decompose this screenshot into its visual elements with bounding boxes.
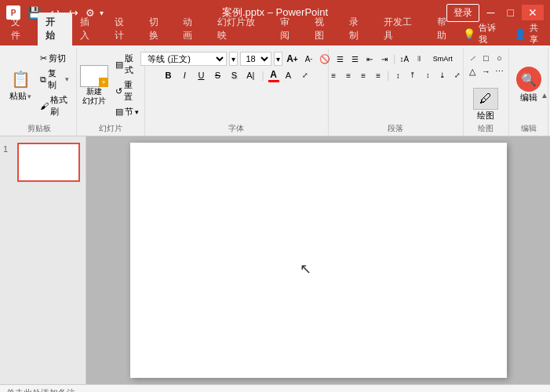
ribbon-content: 📋 粘贴 ▾ ✂ 剪切 ⧉ 复制 ▾ 🖌 格式刷 (0, 45, 550, 136)
notes-placeholder: 单击此处添加备注 (6, 387, 75, 392)
font-color-bar (268, 80, 279, 82)
font-options-button[interactable]: ⤢ (298, 68, 312, 82)
section-button[interactable]: ▤ 节 ▾ (113, 105, 141, 118)
underline-button[interactable]: U (194, 68, 208, 82)
layout-icon: ▤ (115, 60, 123, 70)
strikethrough-button[interactable]: S (210, 68, 224, 82)
columns-button[interactable]: ⫴ (412, 52, 426, 66)
paste-button[interactable]: 📋 粘贴 ▾ (6, 67, 35, 103)
tab-file[interactable]: 文件 (3, 13, 38, 45)
shape-line[interactable]: ⟋ (466, 52, 479, 64)
section-label: 节 (125, 106, 133, 118)
notes-bar[interactable]: 单击此处添加备注 (0, 384, 550, 392)
char-spacing-button[interactable]: A| (243, 68, 257, 82)
text-highlight-button[interactable]: A (282, 68, 296, 82)
bottom-align-button[interactable]: ⤓ (435, 68, 450, 82)
tab-slideshow[interactable]: 幻灯片放映 (209, 13, 272, 45)
paste-dropdown-arrow[interactable]: ▾ (27, 93, 31, 100)
tab-record[interactable]: 录制 (341, 13, 376, 45)
tab-help[interactable]: 帮助 (429, 13, 464, 45)
ribbon-collapse-button[interactable]: ▲ (541, 91, 548, 100)
font-color-icon: A (270, 69, 277, 80)
decrease-font-button[interactable]: A- (301, 52, 315, 66)
share-icon[interactable]: 👤 (514, 28, 526, 40)
new-slide-label: 新建幻灯片 (82, 87, 106, 106)
tell-me-label[interactable]: 告诉我 (479, 22, 504, 45)
font-color-btn[interactable]: A (268, 69, 279, 82)
tab-animations[interactable]: 动画 (175, 13, 209, 45)
draw-button[interactable]: 🖊 绘图 (473, 88, 498, 122)
drawing-group-label: 绘图 (478, 122, 494, 136)
slides-group-content: + 新建幻灯片 ▤ 版式 ↺ 重置 (80, 49, 141, 122)
text-direction-button[interactable]: ↕A (397, 52, 411, 66)
para-row2: ≡ ≡ ≡ ≡ | ↕ ⤒ ↕ ⤓ ⤢ (326, 68, 464, 82)
layout-label: 版式 (125, 53, 139, 76)
tab-view[interactable]: 视图 (307, 13, 341, 45)
drawing-group-content: ⟋ □ ○ △ → ⋯ (466, 49, 505, 88)
clipboard-group: 📋 粘贴 ▾ ✂ 剪切 ⧉ 复制 ▾ 🖌 格式刷 (2, 49, 77, 136)
lightbulb-icon[interactable]: 💡 (463, 28, 475, 40)
indent-more-button[interactable]: ⇥ (377, 52, 392, 66)
italic-button[interactable]: I (177, 68, 191, 82)
clipboard-small-buttons: ✂ 剪切 ⧉ 复制 ▾ 🖌 格式刷 (38, 52, 71, 118)
para-row1: ☰ ☰ ⇤ ⇥ | ↕A ⫴ SmArt (333, 52, 458, 66)
shadow-button[interactable]: S (227, 68, 241, 82)
bullets-button[interactable]: ☰ (333, 52, 347, 66)
format-painter-icon: 🖌 (40, 101, 49, 111)
main-area: 1 ↖ (0, 136, 550, 384)
indent-less-button[interactable]: ⇤ (362, 52, 377, 66)
increase-font-button[interactable]: A+ (285, 52, 299, 66)
align-right-button[interactable]: ≡ (356, 68, 370, 82)
close-button[interactable]: ✕ (522, 5, 544, 20)
edit-label: 编辑 (520, 92, 537, 103)
new-slide-button[interactable]: + 新建幻灯片 (80, 65, 108, 106)
font-size-dropdown[interactable]: ▾ (274, 52, 282, 66)
font-name-dropdown[interactable]: ▾ (229, 52, 238, 66)
smartart-button[interactable]: SmArt (427, 52, 458, 66)
reset-label: 重置 (124, 79, 139, 103)
align-center-button[interactable]: ≡ (341, 68, 355, 82)
layout-button[interactable]: ▤ 版式 (113, 52, 141, 77)
para-options-button[interactable]: ⤢ (450, 68, 464, 82)
editing-group-label: 编辑 (521, 122, 537, 136)
tab-home[interactable]: 开始 (38, 13, 72, 45)
slide-options: ▤ 版式 ↺ 重置 ▤ 节 ▾ (113, 52, 141, 118)
slide-item-1[interactable]: 1 (3, 143, 82, 182)
top-align-button[interactable]: ⤒ (406, 68, 420, 82)
justify-button[interactable]: ≡ (371, 68, 385, 82)
maximize-button[interactable]: □ (503, 5, 519, 20)
copy-button[interactable]: ⧉ 复制 ▾ (38, 67, 71, 92)
tab-insert[interactable]: 插入 (72, 13, 107, 45)
share-label[interactable]: 共享 (530, 22, 547, 45)
shape-triangle[interactable]: △ (466, 65, 479, 78)
tab-design[interactable]: 设计 (107, 13, 141, 45)
font-group-content: 等线 (正文) ▾ 18 ▾ A+ A- 🚫 B I U S S A| | (140, 49, 332, 122)
shape-rect[interactable]: □ (479, 52, 492, 64)
section-dropdown[interactable]: ▾ (135, 108, 139, 116)
font-size-select[interactable]: 18 (240, 52, 271, 66)
tab-transitions[interactable]: 切换 (141, 13, 176, 45)
edit-button[interactable]: 🔍 编辑 (513, 64, 545, 107)
shape-arrow[interactable]: → (479, 65, 492, 78)
tab-devtools[interactable]: 开发工具 (376, 13, 429, 45)
bold-button[interactable]: B (161, 68, 175, 82)
cut-label: 剪切 (49, 53, 66, 64)
tab-review[interactable]: 审阅 (272, 13, 307, 45)
shape-more[interactable]: ⋯ (493, 65, 505, 78)
middle-align-button[interactable]: ↕ (421, 68, 435, 82)
slide-canvas[interactable]: ↖ (130, 143, 507, 378)
shape-circle[interactable]: ○ (493, 52, 505, 64)
slide-thumbnail-1 (17, 143, 80, 182)
format-painter-button[interactable]: 🖌 格式刷 (38, 93, 71, 118)
para-divider2: | (387, 70, 389, 81)
reset-button[interactable]: ↺ 重置 (113, 78, 141, 103)
align-left-button[interactable]: ≡ (326, 68, 341, 82)
copy-dropdown[interactable]: ▾ (65, 75, 69, 83)
font-name-select[interactable]: 等线 (正文) (140, 52, 227, 66)
slide-panel: 1 (0, 136, 86, 384)
minimize-button[interactable]: ─ (483, 5, 500, 20)
cut-button[interactable]: ✂ 剪切 (38, 52, 71, 65)
line-spacing-button[interactable]: ↕ (391, 68, 405, 82)
numbering-button[interactable]: ☰ (348, 52, 362, 66)
draw-icon: 🖊 (473, 88, 498, 110)
